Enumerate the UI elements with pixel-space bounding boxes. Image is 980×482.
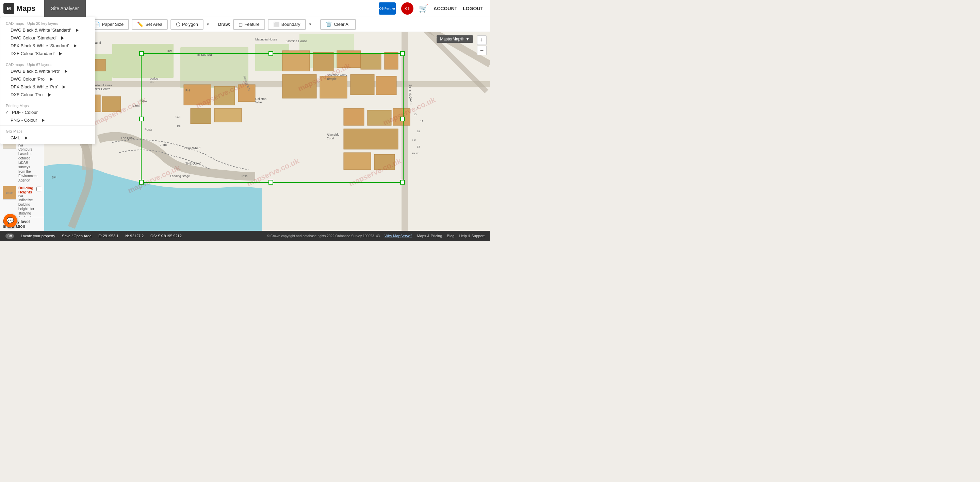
- os-grid: OS: SX 9195 9212: [150, 234, 182, 238]
- polygon-btn[interactable]: ⬠ Polygon: [170, 19, 204, 30]
- layer-desc-building: Indicative building heights for studying…: [18, 198, 34, 217]
- zoom-in-btn[interactable]: +: [477, 35, 487, 45]
- draw-label: Draw:: [218, 22, 231, 27]
- menu-category-printing: Printing Maps: [0, 101, 95, 108]
- header: M Maps Site Analyser OS Partner OS 🛒 ACC…: [0, 0, 490, 17]
- feature-btn[interactable]: ◻ Feature: [233, 19, 265, 30]
- menu-category-cad-pro: CAD maps - Upto 67 layers: [0, 60, 95, 67]
- dropdown-menu: CAD maps - Upto 20 key layers DWG Black …: [0, 17, 95, 144]
- logout-link[interactable]: LOGOUT: [463, 6, 483, 11]
- svg-rect-39: [140, 52, 143, 56]
- svg-rect-12: [401, 32, 408, 231]
- svg-text:SM: SM: [52, 176, 56, 179]
- easting: E: 291953.1: [98, 234, 118, 238]
- layer-na-building: n/a: [18, 194, 34, 198]
- mastermap-badge[interactable]: MasterMap® ▼: [437, 35, 473, 43]
- map-svg: mapserve.co.uk mapserve.co.uk mapserve.c…: [44, 32, 490, 231]
- svg-text:7.9m: 7.9m: [133, 104, 140, 108]
- account-link[interactable]: ACCOUNT: [434, 6, 457, 11]
- northing: N: 92127.2: [125, 234, 143, 238]
- toolbar-separator2: [316, 20, 316, 29]
- status-bar: Off Locate your property Save / Open Are…: [0, 231, 490, 241]
- set-area-btn[interactable]: ✏️ Set Area: [132, 19, 168, 30]
- map-area[interactable]: mapserve.co.uk mapserve.co.uk mapserve.c…: [44, 32, 490, 231]
- map-controls: + −: [477, 35, 487, 55]
- menu-item-dwg-bw-standard[interactable]: DWG Black & White 'Standard': [0, 26, 95, 34]
- menu-item-pdf-colour[interactable]: PDF - Colour: [0, 108, 95, 116]
- svg-text:Kings Wharf: Kings Wharf: [184, 146, 201, 150]
- menu-item-png-colour[interactable]: PNG - Colour: [0, 116, 95, 124]
- arrow-icon: [74, 44, 76, 48]
- help-support-link[interactable]: Help & Support: [459, 234, 485, 238]
- logo-text: Maps: [16, 4, 35, 13]
- svg-rect-35: [344, 153, 371, 170]
- boundary-icon: ⬜: [273, 21, 280, 27]
- svg-text:148: 148: [175, 115, 180, 119]
- mastermap-label: MasterMap®: [440, 37, 463, 41]
- svg-rect-20: [191, 108, 211, 124]
- svg-text:Temple: Temple: [327, 77, 337, 81]
- chat-button[interactable]: 💬: [3, 214, 17, 227]
- polygon-icon: ⬠: [176, 21, 180, 27]
- svg-text:18: 18: [417, 130, 420, 133]
- toggle-btn[interactable]: Off: [5, 233, 14, 239]
- arrow-icon: [65, 70, 67, 73]
- arrow-icon: [50, 78, 53, 81]
- svg-text:Salvation Army: Salvation Army: [327, 73, 347, 77]
- polygon-dropdown-arrow[interactable]: ▼: [206, 22, 210, 26]
- menu-category-gis: GIS Maps: [0, 127, 95, 134]
- clear-all-btn[interactable]: 🗑️ Clear All: [320, 19, 356, 30]
- svg-rect-29: [350, 75, 374, 95]
- boundary-btn[interactable]: ⬜ Boundary: [268, 19, 306, 30]
- menu-item-dwg-colour-standard[interactable]: DWG Colour 'Standard': [0, 34, 95, 42]
- tab-site-analyser[interactable]: Site Analyser: [44, 0, 86, 17]
- menu-item-dfx-bw-standard[interactable]: DFX Black & White 'Standard': [0, 42, 95, 50]
- save-label[interactable]: Save / Open Area: [62, 234, 92, 238]
- svg-text:Posts: Posts: [145, 128, 153, 131]
- svg-text:PH: PH: [177, 124, 181, 128]
- layer-info-building: Building Heights n/a Indicative building…: [18, 186, 34, 217]
- draw-dropdown-arrow[interactable]: ▼: [309, 22, 312, 26]
- menu-item-gml[interactable]: GML: [0, 134, 95, 142]
- svg-text:19 17: 19 17: [412, 152, 419, 155]
- svg-text:El Sub Sta: El Sub Sta: [197, 53, 212, 56]
- blog-link[interactable]: Blog: [447, 234, 454, 238]
- arrow-icon: [61, 36, 64, 40]
- svg-rect-42: [401, 180, 404, 184]
- svg-rect-25: [361, 54, 381, 69]
- svg-text:9: 9: [417, 106, 418, 109]
- set-area-icon: ✏️: [137, 21, 143, 27]
- arrow-icon: [48, 93, 51, 97]
- svg-text:2 4: 2 4: [408, 84, 412, 87]
- svg-rect-34: [344, 129, 398, 149]
- layer-checkbox-building[interactable]: [37, 187, 41, 191]
- svg-text:The Quay: The Quay: [121, 136, 134, 140]
- feature-icon: ◻: [239, 21, 243, 27]
- zoom-out-btn[interactable]: −: [477, 46, 487, 55]
- svg-text:15: 15: [414, 113, 417, 116]
- svg-text:13: 13: [417, 145, 420, 148]
- menu-item-dwg-bw-pro[interactable]: DWG Black & White 'Pro': [0, 67, 95, 75]
- menu-divider: [0, 59, 95, 59]
- svg-rect-44: [269, 180, 273, 184]
- map-background: mapserve.co.uk mapserve.co.uk mapserve.c…: [44, 32, 490, 231]
- svg-text:Lodge: Lodge: [150, 77, 158, 80]
- svg-rect-30: [376, 76, 396, 95]
- menu-item-dxf-colour-pro[interactable]: DXF Colour 'Pro': [0, 91, 95, 98]
- layer-thumb-building: 10.8m: [3, 186, 16, 200]
- menu-item-dfx-bw-pro[interactable]: DFX Black & White 'Pro': [0, 83, 95, 91]
- svg-text:Colleton: Colleton: [255, 97, 266, 101]
- maps-pricing-link[interactable]: Maps & Pricing: [417, 234, 442, 238]
- menu-item-dwg-colour-pro[interactable]: DWG Colour 'Pro': [0, 75, 95, 83]
- layer-name-building[interactable]: Building Heights: [18, 186, 34, 194]
- svg-rect-21: [215, 108, 242, 122]
- os-badge: OS: [401, 2, 414, 14]
- svg-rect-40: [401, 52, 404, 56]
- menu-item-dxf-colour-standard[interactable]: DXF Colour 'Standard': [0, 50, 95, 57]
- svg-text:11: 11: [420, 120, 423, 123]
- svg-rect-23: [313, 52, 334, 71]
- cart-icon[interactable]: 🛒: [419, 4, 428, 13]
- menu-category-cad-standard: CAD maps - Upto 20 key layers: [0, 19, 95, 26]
- layer-item: 10.8m Building Heights n/a Indicative bu…: [3, 186, 41, 217]
- why-mapserve-link[interactable]: Why MapServe?: [385, 234, 412, 238]
